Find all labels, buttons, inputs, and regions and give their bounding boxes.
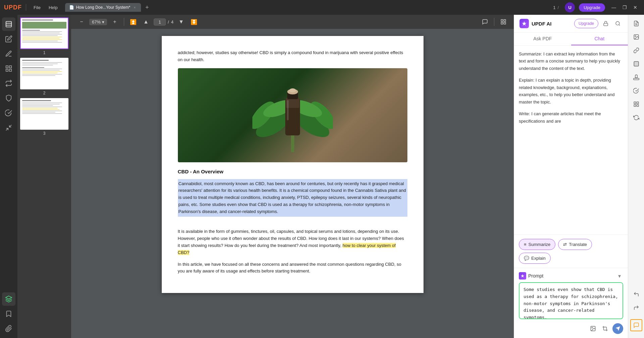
tab-main[interactable]: 📄 How Long Doe...Your System* × bbox=[65, 3, 141, 12]
pdf-paragraph-3: In this article, we have focused on all … bbox=[178, 261, 407, 275]
svg-rect-5 bbox=[9, 69, 11, 71]
far-right-text-icon[interactable] bbox=[630, 17, 642, 30]
far-right-stamp-icon[interactable] bbox=[630, 71, 642, 83]
prompt-image-icon[interactable] bbox=[588, 324, 598, 333]
ai-explain-btn[interactable]: 💬 Explain bbox=[519, 253, 551, 264]
toolbar-right bbox=[480, 17, 508, 27]
ai-search-icon[interactable] bbox=[613, 19, 623, 28]
menu-file[interactable]: File bbox=[30, 4, 44, 11]
tab-close-btn[interactable]: × bbox=[132, 5, 137, 10]
ai-prompt-textarea[interactable]: Some studies even show that CBD is used … bbox=[519, 282, 623, 319]
page-total-display: 4 bbox=[171, 19, 174, 25]
pdf-page: addicted; however, studies say otherwise… bbox=[162, 36, 424, 293]
ai-input-toolbar bbox=[519, 323, 623, 334]
ai-panel: UPDF AI Upgrade Ask PDF Chat Summarize: … bbox=[514, 15, 628, 338]
main-layout: 1 2 bbox=[0, 15, 644, 338]
svg-rect-27 bbox=[604, 23, 608, 26]
svg-line-8 bbox=[9, 125, 11, 127]
sidebar-icon-organize[interactable] bbox=[2, 62, 15, 75]
svg-rect-40 bbox=[637, 105, 638, 107]
far-right-form-icon[interactable] bbox=[630, 98, 642, 110]
svg-rect-3 bbox=[6, 66, 8, 68]
sidebar-icon-annotate[interactable] bbox=[2, 47, 15, 60]
close-btn[interactable]: ✕ bbox=[631, 3, 640, 12]
sidebar-icon-protect[interactable] bbox=[2, 91, 15, 105]
ai-panel-header: UPDF AI Upgrade bbox=[514, 15, 628, 33]
sidebar-icon-attachment[interactable] bbox=[2, 322, 15, 335]
pdf-section-title: CBD - An Overview bbox=[178, 168, 407, 176]
upgrade-button[interactable]: Upgrade bbox=[579, 3, 605, 12]
far-right-redo-icon[interactable] bbox=[630, 302, 642, 314]
svg-marker-9 bbox=[6, 296, 12, 299]
thumbnail-2[interactable]: 2 bbox=[20, 58, 68, 95]
thumbnail-1[interactable]: 1 bbox=[20, 17, 68, 55]
layout-toolbar-btn[interactable] bbox=[498, 17, 508, 27]
svg-rect-39 bbox=[637, 102, 638, 103]
sidebar-icon-reader[interactable] bbox=[2, 17, 15, 31]
page-first-btn[interactable]: ⏫ bbox=[128, 17, 138, 27]
far-right-image-icon[interactable] bbox=[630, 31, 642, 43]
restore-btn[interactable]: ❐ bbox=[620, 3, 629, 12]
ai-summarize-btn[interactable]: ≡ Summarize bbox=[519, 239, 555, 250]
thumbnail-frame-1 bbox=[20, 17, 68, 49]
far-right-undo-icon[interactable] bbox=[630, 288, 642, 300]
prompt-crop-icon[interactable] bbox=[600, 324, 610, 333]
svg-rect-36 bbox=[634, 61, 639, 66]
svg-rect-13 bbox=[501, 23, 503, 24]
sidebar-icon-edit[interactable] bbox=[2, 32, 15, 46]
sidebar-icon-compress[interactable] bbox=[2, 121, 15, 134]
comment-toolbar-btn[interactable] bbox=[480, 17, 490, 27]
far-right-ocr-icon[interactable] bbox=[630, 112, 642, 124]
page-number-input[interactable] bbox=[154, 18, 166, 26]
sidebar-icon-sign[interactable] bbox=[2, 106, 15, 120]
menu-help[interactable]: Help bbox=[45, 4, 61, 11]
far-right-redact-icon[interactable] bbox=[630, 58, 642, 70]
ai-lock-icon[interactable] bbox=[601, 19, 610, 28]
toolbar-sep-2 bbox=[494, 18, 494, 26]
page-last-btn[interactable]: ⏬ bbox=[189, 17, 199, 27]
svg-rect-10 bbox=[501, 19, 503, 21]
svg-rect-41 bbox=[634, 105, 636, 107]
tab-chat[interactable]: Chat bbox=[571, 33, 628, 45]
ai-prompt-label: Prompt bbox=[519, 272, 543, 280]
pdf-area[interactable]: − 67% ▾ + ⏫ ▲ / 4 ▼ ⏬ bbox=[71, 15, 514, 338]
prompt-send-btn[interactable] bbox=[612, 323, 623, 334]
ai-upgrade-btn[interactable]: Upgrade bbox=[574, 19, 598, 28]
titlebar: UPDF File Help 📄 How Long Doe...Your Sys… bbox=[0, 0, 644, 15]
zoom-dropdown-icon: ▾ bbox=[102, 19, 104, 25]
thumbnail-3[interactable]: 3 bbox=[20, 98, 68, 136]
sidebar-icon-bookmark[interactable] bbox=[2, 307, 15, 321]
page-next-btn[interactable]: ▼ bbox=[176, 17, 186, 27]
translate-icon: ⇄ bbox=[563, 242, 567, 247]
sidebar-icon-convert[interactable] bbox=[2, 77, 15, 90]
zoom-out-btn[interactable]: − bbox=[77, 17, 87, 27]
sidebar-icon-layers[interactable] bbox=[2, 292, 15, 306]
ai-tabs: Ask PDF Chat bbox=[514, 33, 628, 46]
window-controls: — ❐ ✕ bbox=[609, 3, 640, 12]
titlebar-divider bbox=[26, 4, 26, 11]
svg-rect-6 bbox=[6, 69, 8, 71]
minimize-btn[interactable]: — bbox=[609, 3, 618, 12]
far-right-chat-icon[interactable] bbox=[630, 319, 642, 331]
prompt-dropdown-icon[interactable]: ▾ bbox=[616, 272, 623, 280]
ai-translate-btn[interactable]: ⇄ Translate bbox=[558, 239, 592, 250]
tab-label: How Long Doe...Your System* bbox=[76, 5, 131, 10]
far-right-link-icon[interactable] bbox=[630, 44, 642, 56]
thumbnail-number-2: 2 bbox=[43, 91, 46, 95]
zoom-level[interactable]: 67% ▾ bbox=[89, 19, 107, 25]
svg-point-28 bbox=[616, 22, 620, 25]
svg-point-25 bbox=[289, 88, 296, 92]
ai-prompt-icon bbox=[519, 272, 526, 280]
thumbnail-number-3: 3 bbox=[43, 131, 46, 136]
ai-prompt-header: Prompt ▾ bbox=[519, 272, 623, 280]
thumbnail-frame-2 bbox=[20, 58, 68, 89]
far-right-sign-icon[interactable] bbox=[630, 85, 642, 97]
user-avatar[interactable]: U bbox=[565, 2, 575, 12]
page-prev-btn[interactable]: ▲ bbox=[141, 17, 151, 27]
new-tab-btn[interactable]: + bbox=[142, 3, 152, 12]
zoom-in-btn[interactable]: + bbox=[110, 17, 120, 27]
tab-ask-pdf[interactable]: Ask PDF bbox=[514, 33, 571, 45]
ai-logo bbox=[519, 19, 529, 28]
ai-content: Summarize: I can extract key information… bbox=[514, 46, 628, 235]
app-logo: UPDF bbox=[4, 4, 22, 11]
